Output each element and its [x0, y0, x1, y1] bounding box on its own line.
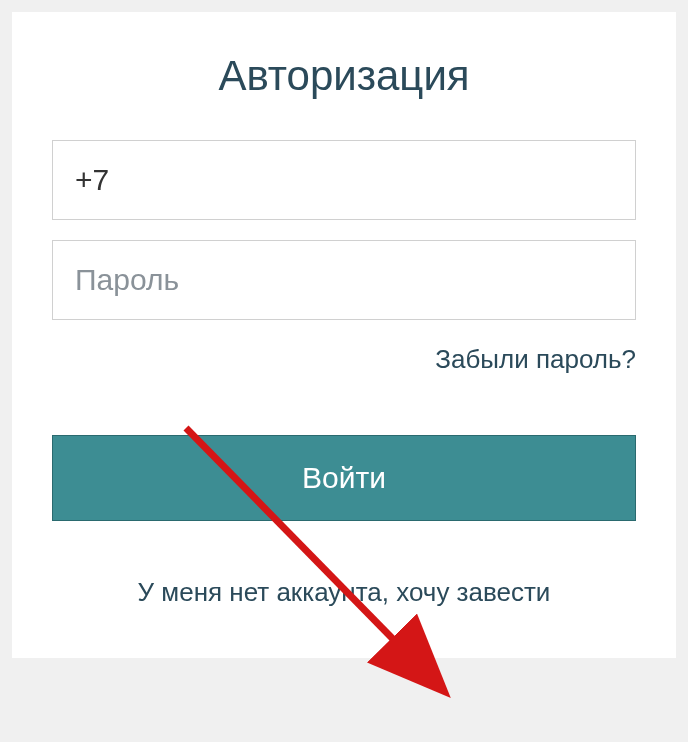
forgot-row: Забыли пароль?: [52, 344, 636, 375]
forgot-password-link[interactable]: Забыли пароль?: [435, 344, 636, 374]
login-button[interactable]: Войти: [52, 435, 636, 521]
form-title: Авторизация: [52, 52, 636, 100]
phone-input[interactable]: [52, 140, 636, 220]
register-link[interactable]: У меня нет аккаунта, хочу завести: [138, 577, 551, 607]
login-card: Авторизация Забыли пароль? Войти У меня …: [12, 12, 676, 658]
password-input[interactable]: [52, 240, 636, 320]
register-row: У меня нет аккаунта, хочу завести: [52, 577, 636, 608]
